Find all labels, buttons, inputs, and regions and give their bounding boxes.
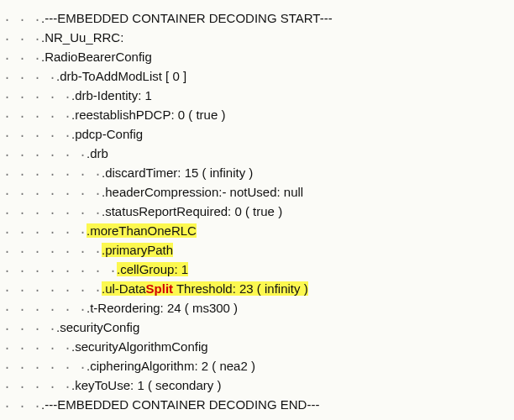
log-line: . . . .---EMBEDDED CONTAINER DECODING EN… <box>0 395 514 414</box>
log-line: . . . . . . . .discardTimer: 15 ( infini… <box>0 163 514 182</box>
text-part: Threshold: 23 ( infinity ) <box>173 281 308 296</box>
log-line: . . . . . .pdcp-Config <box>0 124 514 144</box>
log-line: . . . . . . .cipheringAlgorithm: 2 ( nea… <box>0 356 514 375</box>
text-part: .discardTimer: 15 ( infinity ) <box>102 165 253 180</box>
indent-dots: . . . <box>0 8 41 28</box>
log-line: . . . . .drb-ToAddModList [ 0 ] <box>0 66 514 86</box>
indent-dots: . . . . . <box>0 86 71 105</box>
highlight-match: Split <box>146 281 174 296</box>
log-text: .primaryPath <box>102 240 173 260</box>
log-text: .keyToUse: 1 ( secondary ) <box>71 375 221 395</box>
log-text: .securityAlgorithmConfig <box>71 337 208 356</box>
indent-dots: . . . <box>0 47 41 66</box>
text-part: .RadioBearerConfig <box>41 50 152 64</box>
log-text: .ul-DataSplit Threshold: 23 ( infinity ) <box>102 279 308 298</box>
log-text: .NR_Uu_RRC: <box>41 28 123 47</box>
indent-dots: . . . . . <box>0 124 71 144</box>
text-part: .drb-Identity: 1 <box>71 88 152 102</box>
log-line: . . . . . .reestablishPDCP: 0 ( true ) <box>0 105 514 124</box>
text-part: .drb <box>87 146 108 160</box>
log-line: . . . . . . . .headerCompression:- notUs… <box>0 182 514 202</box>
text-part: .drb-ToAddModList [ 0 ] <box>56 69 186 83</box>
log-line: . . . . . . . .ul-DataSplit Threshold: 2… <box>0 279 514 298</box>
text-part: .cipheringAlgorithm: 2 ( nea2 ) <box>87 359 255 373</box>
log-line: . . . . . .securityAlgorithmConfig <box>0 337 514 356</box>
log-line: . . . . . .keyToUse: 1 ( secondary ) <box>0 375 514 395</box>
indent-dots: . . . . . <box>0 375 71 395</box>
indent-dots: . . . . . . <box>0 144 87 163</box>
log-text: .pdcp-Config <box>71 124 143 144</box>
indent-dots: . . . . . . . <box>0 202 102 221</box>
indent-dots: . . . . . . . . <box>0 260 117 279</box>
log-text: .moreThanOneRLC <box>87 221 197 240</box>
text-part: .---EMBEDDED CONTAINER DECODING START--- <box>41 11 333 25</box>
text-part: .---EMBEDDED CONTAINER DECODING END--- <box>41 397 319 412</box>
log-text: .---EMBEDDED CONTAINER DECODING START--- <box>41 8 333 28</box>
log-text: .statusReportRequired: 0 ( true ) <box>102 202 282 221</box>
indent-dots: . . . . . . . <box>0 279 102 298</box>
log-text: .RadioBearerConfig <box>41 47 152 66</box>
text-part: .primaryPath <box>102 243 173 257</box>
indent-dots: . . . . . . . <box>0 240 102 260</box>
text-part: .moreThanOneRLC <box>87 223 197 238</box>
log-line: . . . .NR_Uu_RRC: <box>0 28 514 47</box>
log-line: . . . .---EMBEDDED CONTAINER DECODING ST… <box>0 8 514 28</box>
log-line: . . . . . .drb-Identity: 1 <box>0 86 514 105</box>
indent-dots: . . . . . . . <box>0 163 102 182</box>
indent-dots: . . . . . . <box>0 298 87 318</box>
log-text: .drb-Identity: 1 <box>71 86 152 105</box>
log-text: .discardTimer: 15 ( infinity ) <box>102 163 253 182</box>
log-text: .---EMBEDDED CONTAINER DECODING END--- <box>41 395 319 414</box>
log-text: .t-Reordering: 24 ( ms300 ) <box>87 298 238 318</box>
text-part: .cellGroup: 1 <box>117 262 188 276</box>
indent-dots: . . . . . . . <box>0 182 102 202</box>
log-line: . . . . . . .t-Reordering: 24 ( ms300 ) <box>0 298 514 318</box>
indent-dots: . . . . <box>0 318 56 337</box>
text-part: .reestablishPDCP: 0 ( true ) <box>71 108 225 122</box>
indent-dots: . . . . . <box>0 337 71 356</box>
text-part: .securityConfig <box>56 320 139 334</box>
indent-dots: . . . . . <box>0 105 71 124</box>
text-part: .headerCompression:- notUsed: null <box>102 185 303 199</box>
log-text: .headerCompression:- notUsed: null <box>102 182 303 202</box>
log-line: . . . . . . . .statusReportRequired: 0 (… <box>0 202 514 221</box>
log-line: . . . . .securityConfig <box>0 318 514 337</box>
text-part: .pdcp-Config <box>71 127 143 141</box>
log-text: .securityConfig <box>56 318 139 337</box>
indent-dots: . . . . . . <box>0 221 87 240</box>
log-line: . . . . . . . .primaryPath <box>0 240 514 260</box>
log-line: . . . .RadioBearerConfig <box>0 47 514 66</box>
log-text: .drb <box>87 144 108 163</box>
text-part: .statusReportRequired: 0 ( true ) <box>102 204 282 218</box>
text-part: .ul-Data <box>102 281 146 296</box>
text-part: .securityAlgorithmConfig <box>71 339 208 354</box>
log-line: . . . . . . . . .cellGroup: 1 <box>0 260 514 279</box>
indent-dots: . . . . <box>0 66 56 86</box>
indent-dots: . . . <box>0 395 41 414</box>
indent-dots: . . . . . . <box>0 356 87 375</box>
log-text: .reestablishPDCP: 0 ( true ) <box>71 105 225 124</box>
log-text: .cipheringAlgorithm: 2 ( nea2 ) <box>87 356 255 375</box>
log-text: .drb-ToAddModList [ 0 ] <box>56 66 186 86</box>
log-line: . . . . . . .drb <box>0 144 514 163</box>
log-container: . . . .---EMBEDDED CONTAINER DECODING ST… <box>0 0 514 414</box>
text-part: .keyToUse: 1 ( secondary ) <box>71 378 221 392</box>
text-part: .NR_Uu_RRC: <box>41 30 123 45</box>
log-text: .cellGroup: 1 <box>117 260 188 279</box>
text-part: .t-Reordering: 24 ( ms300 ) <box>87 301 238 315</box>
indent-dots: . . . <box>0 28 41 47</box>
log-line: . . . . . . .moreThanOneRLC <box>0 221 514 240</box>
